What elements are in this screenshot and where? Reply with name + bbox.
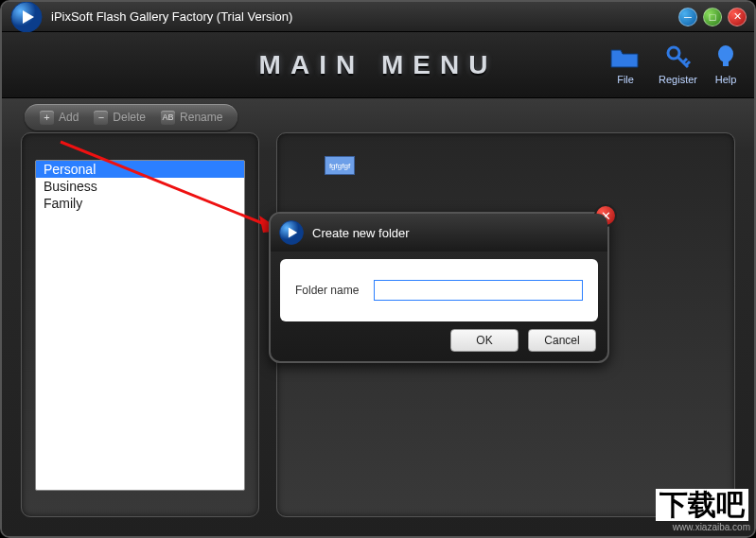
app-logo-icon (9, 0, 44, 34)
ok-button[interactable]: OK (450, 329, 519, 352)
file-label: File (617, 74, 634, 85)
folder-item[interactable]: Business (36, 178, 244, 195)
svg-point-3 (718, 45, 733, 62)
register-button[interactable]: Register (659, 42, 697, 85)
header-actions: File Register Help (609, 42, 737, 85)
close-button[interactable]: ✕ (728, 8, 747, 26)
folder-icon (609, 42, 642, 74)
page-title: MAIN MENU (259, 50, 498, 80)
folder-toolbar: + Add − Delete AB Rename (25, 104, 237, 130)
folder-name-input[interactable] (374, 280, 583, 301)
window-controls: ─ □ ✕ (678, 8, 747, 26)
app-window: iPixSoft Flash Gallery Factory (Trial Ve… (0, 0, 756, 538)
help-label: Help (715, 74, 737, 85)
titlebar: iPixSoft Flash Gallery Factory (Trial Ve… (2, 2, 754, 32)
file-menu-button[interactable]: File (609, 42, 642, 85)
bulb-icon (714, 42, 737, 74)
dialog-title: Create new folder (312, 226, 410, 240)
watermark-url: www.xiazaiba.com (673, 522, 750, 532)
header: MAIN MENU File Register Help (2, 32, 754, 98)
delete-button[interactable]: − Delete (86, 108, 153, 128)
register-label: Register (659, 74, 697, 85)
sidebar-panel: Personal Business Family (21, 132, 259, 517)
folder-list[interactable]: Personal Business Family (35, 160, 245, 491)
maximize-button[interactable]: □ (703, 8, 722, 26)
svg-rect-4 (723, 61, 729, 66)
dialog-header: Create new folder (271, 214, 607, 252)
folder-item[interactable]: Family (36, 195, 244, 212)
delete-label: Delete (113, 111, 146, 124)
dialog-body: Folder name (280, 259, 598, 321)
add-label: Add (59, 111, 79, 124)
add-button[interactable]: + Add (32, 108, 86, 128)
rename-button[interactable]: AB Rename (153, 108, 230, 128)
dialog-wrapper: ✕ Create new folder Folder name OK Cance… (269, 212, 609, 363)
minus-icon: − (94, 111, 108, 125)
rename-label: Rename (180, 111, 222, 124)
cancel-button[interactable]: Cancel (528, 329, 596, 352)
watermark-logo: 下载吧 (656, 489, 748, 521)
create-folder-dialog: ✕ Create new folder Folder name OK Cance… (269, 212, 609, 363)
rename-icon: AB (161, 111, 175, 125)
watermark-text: 下载吧 (659, 491, 745, 519)
minimize-button[interactable]: ─ (678, 8, 697, 26)
help-button[interactable]: Help (714, 42, 737, 85)
app-title: iPixSoft Flash Gallery Factory (Trial Ve… (51, 9, 678, 24)
folder-name-label: Folder name (295, 284, 359, 297)
gallery-thumbnail[interactable]: fgfgfgf (325, 156, 355, 175)
thumb-label: fgfgfgf (329, 162, 350, 170)
plus-icon: + (40, 111, 54, 125)
dialog-buttons: OK Cancel (271, 329, 607, 361)
key-icon (664, 42, 693, 74)
folder-item[interactable]: Personal (36, 161, 244, 178)
dialog-logo-icon (278, 219, 305, 246)
